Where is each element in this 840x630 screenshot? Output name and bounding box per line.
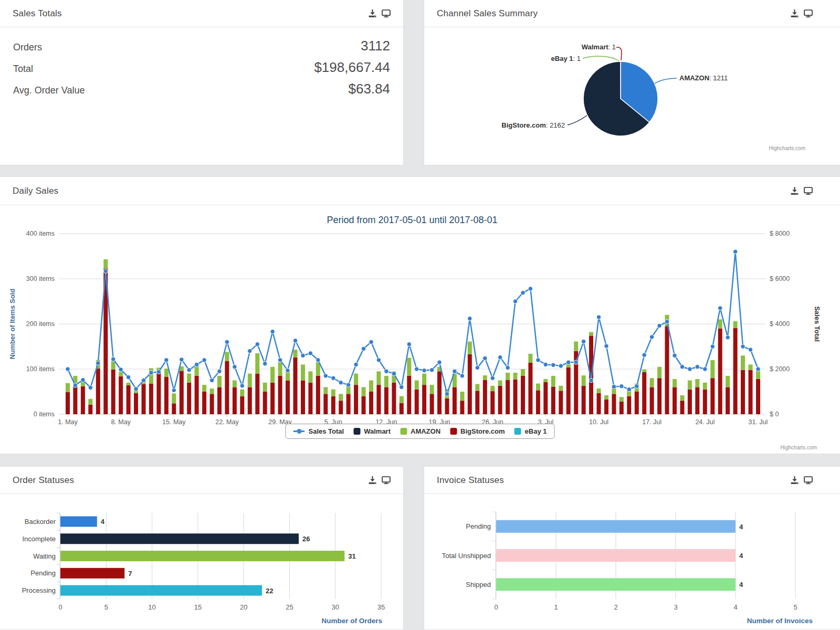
bar-amazon[interactable] [460, 392, 464, 401]
pie-data-label[interactable]: eBay 1: 1 [551, 55, 581, 62]
data-point[interactable] [172, 388, 176, 392]
data-point[interactable] [141, 378, 145, 382]
bar-bigstore-com[interactable] [316, 376, 320, 414]
bar-bigstore-com[interactable] [369, 392, 373, 414]
data-point[interactable] [559, 364, 563, 368]
bar-bigstore-com[interactable] [620, 402, 624, 414]
bar-bigstore-com[interactable] [331, 396, 335, 414]
bar-bigstore-com[interactable] [513, 380, 518, 414]
data-point[interactable] [187, 368, 191, 372]
bar-bigstore-com[interactable] [362, 396, 366, 414]
bar-bigstore-com[interactable] [680, 401, 685, 414]
bar-bigstore-com[interactable] [400, 403, 404, 415]
data-point[interactable] [589, 378, 593, 382]
bar-amazon[interactable] [376, 371, 381, 385]
bar-bigstore-com[interactable] [263, 392, 267, 414]
bar-amazon[interactable] [362, 387, 366, 396]
bar-amazon[interactable] [673, 379, 677, 387]
data-point[interactable] [111, 357, 116, 361]
data-point[interactable] [453, 369, 457, 373]
bar-bigstore-com[interactable] [733, 328, 738, 414]
bar-waiting[interactable] [60, 551, 344, 561]
bar-amazon[interactable] [202, 385, 206, 392]
bar-amazon[interactable] [240, 390, 244, 396]
data-point[interactable] [376, 358, 381, 362]
data-point[interactable] [649, 335, 654, 339]
bar-amazon[interactable] [642, 370, 646, 372]
data-point[interactable] [528, 287, 532, 291]
data-point[interactable] [665, 320, 669, 324]
data-point[interactable] [209, 378, 214, 382]
data-point[interactable] [756, 367, 760, 371]
monitor-icon[interactable] [382, 476, 391, 485]
bar-amazon[interactable] [66, 383, 70, 392]
bar-amazon[interactable] [498, 381, 502, 386]
bar-amazon[interactable] [543, 379, 548, 382]
data-point[interactable] [149, 371, 153, 375]
bar-bigstore-com[interactable] [506, 380, 510, 414]
bar-bigstore-com[interactable] [415, 390, 419, 414]
bar-amazon[interactable] [187, 374, 191, 383]
bar-amazon[interactable] [620, 397, 624, 402]
bar-amazon[interactable] [475, 384, 479, 391]
bar-bigstore-com[interactable] [453, 387, 457, 414]
data-point[interactable] [354, 362, 358, 366]
bar-bigstore-com[interactable] [490, 391, 495, 414]
data-point[interactable] [468, 317, 472, 321]
bar-amazon[interactable] [582, 375, 586, 386]
bar-amazon[interactable] [415, 381, 419, 390]
bar-bigstore-com[interactable] [749, 370, 753, 414]
bar-amazon[interactable] [210, 388, 214, 394]
bar-bigstore-com[interactable] [255, 374, 259, 414]
bar-bigstore-com[interactable] [422, 385, 426, 414]
bar-bigstore-com[interactable] [483, 380, 487, 414]
data-point[interactable] [498, 355, 502, 359]
data-point[interactable] [726, 335, 730, 340]
data-point[interactable] [718, 306, 722, 310]
data-point[interactable] [475, 365, 479, 370]
monitor-icon[interactable] [804, 9, 813, 18]
bar-bigstore-com[interactable] [293, 358, 298, 414]
bar-bigstore-com[interactable] [437, 371, 442, 414]
data-point[interactable] [703, 367, 707, 371]
bar-amazon[interactable] [528, 354, 532, 363]
bar-bigstore-com[interactable] [142, 384, 146, 414]
bar-bigstore-com[interactable] [233, 387, 237, 414]
bar-amazon[interactable] [422, 374, 426, 385]
bar-bigstore-com[interactable] [286, 381, 290, 415]
legend-item-ebay-1[interactable]: eBay 1 [514, 427, 547, 435]
bar-amazon[interactable] [756, 371, 760, 379]
data-point[interactable] [225, 340, 229, 344]
bar-amazon[interactable] [521, 369, 525, 376]
data-point[interactable] [361, 346, 365, 351]
bar-amazon[interactable] [695, 379, 699, 387]
bar-bigstore-com[interactable] [73, 386, 77, 414]
bar-bigstore-com[interactable] [270, 383, 275, 414]
data-point[interactable] [156, 370, 161, 374]
bar-amazon[interactable] [657, 367, 662, 379]
bar-bigstore-com[interactable] [66, 392, 70, 414]
bar-amazon[interactable] [430, 385, 434, 394]
bar-amazon[interactable] [339, 394, 343, 401]
bar-bigstore-com[interactable] [559, 391, 563, 414]
download-icon[interactable] [368, 476, 377, 485]
data-point[interactable] [217, 369, 222, 373]
highcharts-credit[interactable]: Highcharts.com [769, 145, 805, 151]
data-point[interactable] [415, 367, 419, 371]
bar-backorder[interactable] [60, 516, 97, 527]
data-point[interactable] [293, 339, 297, 343]
bar-bigstore-com[interactable] [543, 382, 548, 414]
bar-bigstore-com[interactable] [217, 387, 222, 414]
bar-bigstore-com[interactable] [88, 405, 92, 414]
bar-bigstore-com[interactable] [673, 387, 677, 414]
bar-bigstore-com[interactable] [460, 401, 464, 414]
data-point[interactable] [407, 342, 411, 346]
bar-bigstore-com[interactable] [521, 376, 525, 414]
bar-amazon[interactable] [384, 376, 388, 387]
bar-bigstore-com[interactable] [81, 386, 85, 414]
data-point[interactable] [346, 383, 350, 387]
data-point[interactable] [521, 291, 525, 295]
legend-item-sales-total[interactable]: Sales Total [293, 427, 344, 435]
bar-bigstore-com[interactable] [172, 403, 176, 414]
data-point[interactable] [180, 358, 184, 362]
